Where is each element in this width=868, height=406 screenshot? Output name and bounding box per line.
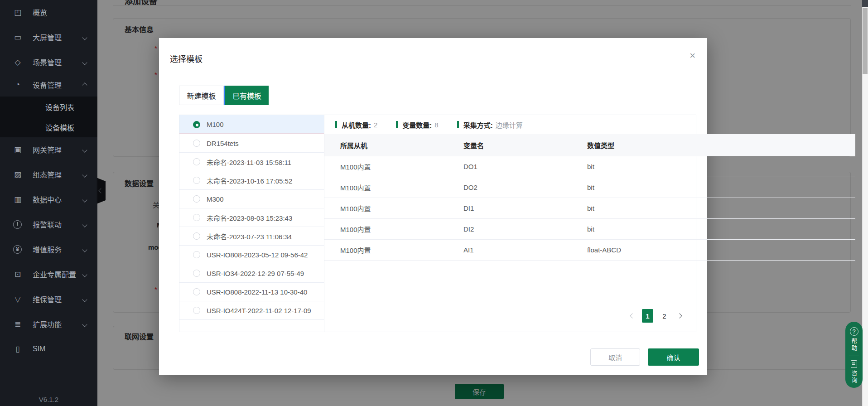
sidebar-item-sim[interactable]: ▯SIM xyxy=(0,337,97,361)
radio-button[interactable] xyxy=(193,195,200,203)
template-name: 未命名-2023-10-16 17:05:52 xyxy=(207,176,292,185)
sidebar-item-label: 组态管理 xyxy=(33,169,62,180)
alarm-bell-icon: ! xyxy=(13,220,22,229)
consult-button[interactable]: 咨询 xyxy=(850,370,858,384)
page-number-1[interactable]: 1 xyxy=(642,309,653,323)
chevron-left-icon xyxy=(630,313,635,318)
radio-button[interactable] xyxy=(193,288,200,295)
floating-help-widget: ? 帮助 咨询 xyxy=(845,322,863,388)
sidebar-item-alarm-link[interactable]: !报警联动 xyxy=(0,212,97,237)
sidebar-item-label: 概览 xyxy=(33,7,47,18)
radio-button[interactable] xyxy=(193,177,200,184)
template-name: M300 xyxy=(207,195,224,203)
document-icon[interactable] xyxy=(851,360,857,368)
chevron-down-icon xyxy=(82,272,87,277)
radio-button[interactable] xyxy=(193,307,200,314)
template-tabs: 新建模板 已有模板 xyxy=(179,86,269,105)
radio-button[interactable] xyxy=(193,140,200,147)
chevron-down-icon xyxy=(82,60,87,65)
scrollbar-track[interactable] xyxy=(862,0,868,406)
sidebar-item-label: 增值服务 xyxy=(33,244,62,255)
template-option[interactable]: M300 xyxy=(179,190,324,208)
table-row: M100内置DO1bit xyxy=(324,156,855,177)
template-option[interactable]: USR-IO808-2023-05-12 09-56-42 xyxy=(179,246,324,264)
radio-button[interactable] xyxy=(193,270,200,277)
stat-bar-icon xyxy=(457,121,459,128)
template-option[interactable]: 未命名-2023-08-03 15:23:43 xyxy=(179,208,324,227)
question-circle-icon[interactable]: ? xyxy=(850,327,858,336)
yuan-circle-icon: ¥ xyxy=(13,245,22,254)
close-icon[interactable]: × xyxy=(690,51,695,61)
table-cell: M100内置 xyxy=(324,183,448,192)
radio-button[interactable] xyxy=(193,121,200,128)
chevron-right-icon xyxy=(677,313,682,318)
table-row: M100内置DI1bit xyxy=(324,198,855,219)
stat-bar-icon xyxy=(335,121,337,128)
sidebar-item-data-center[interactable]: ▥数据中心 xyxy=(0,187,97,212)
radio-button[interactable] xyxy=(193,232,200,240)
radio-button[interactable] xyxy=(193,251,200,258)
layers-icon: ≣ xyxy=(13,319,23,329)
sidebar-item-gateway-mgmt[interactable]: ▣网关管理 xyxy=(0,137,97,162)
sidebar-item-label: 扩展功能 xyxy=(33,319,62,329)
template-option[interactable]: DR154tets xyxy=(179,134,324,153)
sidebar-item-enterprise-config[interactable]: ⊡企业专属配置 xyxy=(0,262,97,286)
template-name: USR-IO34-2022-12-29 07-55-49 xyxy=(207,270,304,277)
overview-icon: ◰ xyxy=(13,8,23,17)
data-chart-icon: ▥ xyxy=(13,195,23,204)
chevron-down-icon xyxy=(82,247,87,252)
template-name: USR-IO808-2023-05-12 09-56-42 xyxy=(207,251,308,259)
table-cell: DI2 xyxy=(448,225,571,233)
scrollbar-top-button[interactable] xyxy=(862,0,868,7)
template-name: 未命名-2023-08-03 15:23:43 xyxy=(207,213,292,222)
sidebar-item-maintenance-mgmt[interactable]: ▽维保管理 xyxy=(0,287,97,311)
select-template-modal: 选择模板 × 新建模板 已有模板 M100DR154tets未命名-2023-1… xyxy=(159,38,707,375)
sidebar-item-device-template[interactable]: 设备模板 xyxy=(0,117,97,137)
radio-button[interactable] xyxy=(193,158,200,165)
template-option[interactable]: 未命名-2023-10-16 17:05:52 xyxy=(179,171,324,190)
sidebar-item-extension[interactable]: ≣扩展功能 xyxy=(0,312,97,336)
cancel-button[interactable]: 取消 xyxy=(590,348,640,366)
template-option[interactable]: USR-IO808-2022-11-13 10-30-40 xyxy=(179,283,324,301)
template-list: M100DR154tets未命名-2023-11-03 15:58:11未命名-… xyxy=(179,115,324,332)
col-header-type: 数值类型 xyxy=(571,140,707,150)
scrollbar-thumb[interactable] xyxy=(863,8,868,74)
sidebar-item-value-added[interactable]: ¥增值服务 xyxy=(0,237,97,261)
scada-image-icon: ▨ xyxy=(13,170,23,179)
template-option[interactable]: USR-IO34-2022-12-29 07-55-49 xyxy=(179,264,324,283)
sidebar-item-scene-mgmt[interactable]: ◇场景管理 xyxy=(0,50,97,74)
help-button[interactable]: 帮助 xyxy=(850,338,858,352)
template-option[interactable]: 未命名-2023-07-23 11:06:34 xyxy=(179,227,324,246)
table-row: M100内置DO2bit xyxy=(324,177,855,198)
page-prev-button[interactable] xyxy=(626,314,639,318)
device-pie-icon: ◔ xyxy=(13,80,23,89)
chevron-down-icon xyxy=(82,222,87,227)
chevron-down-icon xyxy=(82,322,87,327)
template-option[interactable]: M100 xyxy=(179,115,324,134)
template-option[interactable]: 未命名-2023-11-03 15:58:11 xyxy=(179,153,324,171)
template-name: DR154tets xyxy=(207,140,239,147)
chevron-down-icon xyxy=(82,35,87,40)
confirm-button[interactable]: 确认 xyxy=(648,348,699,366)
template-option[interactable]: USR-IO424T-2022-11-02 12-17-09 xyxy=(179,301,324,320)
shield-icon: ▽ xyxy=(13,295,23,304)
col-header-variable: 变量名 xyxy=(448,140,571,150)
sidebar-item-label: 大屏管理 xyxy=(33,32,62,43)
tab-existing-template[interactable]: 已有模板 xyxy=(224,86,269,105)
page-number-2[interactable]: 2 xyxy=(659,309,670,323)
sidebar-subitem-label: 设备模板 xyxy=(45,122,74,133)
sidebar-item-device-mgmt[interactable]: ◔设备管理 xyxy=(0,72,97,97)
sidebar-item-scada-mgmt[interactable]: ▨组态管理 xyxy=(0,162,97,187)
page-next-button[interactable] xyxy=(673,314,686,318)
scene-cube-icon: ◇ xyxy=(13,58,23,67)
sidebar-item-device-list[interactable]: 设备列表 xyxy=(0,97,97,117)
sidebar-item-screen-mgmt[interactable]: ▭大屏管理 xyxy=(0,25,97,49)
sidebar-item-label: 维保管理 xyxy=(33,294,62,304)
tab-new-template[interactable]: 新建模板 xyxy=(179,86,224,105)
enterprise-icon: ⊡ xyxy=(13,270,23,279)
radio-button[interactable] xyxy=(193,214,200,221)
divider xyxy=(849,356,859,356)
chevron-down-icon xyxy=(82,197,87,202)
sidebar-item-overview[interactable]: ◰概览 xyxy=(0,0,97,24)
table-row: M100内置DI2bit xyxy=(324,219,855,240)
